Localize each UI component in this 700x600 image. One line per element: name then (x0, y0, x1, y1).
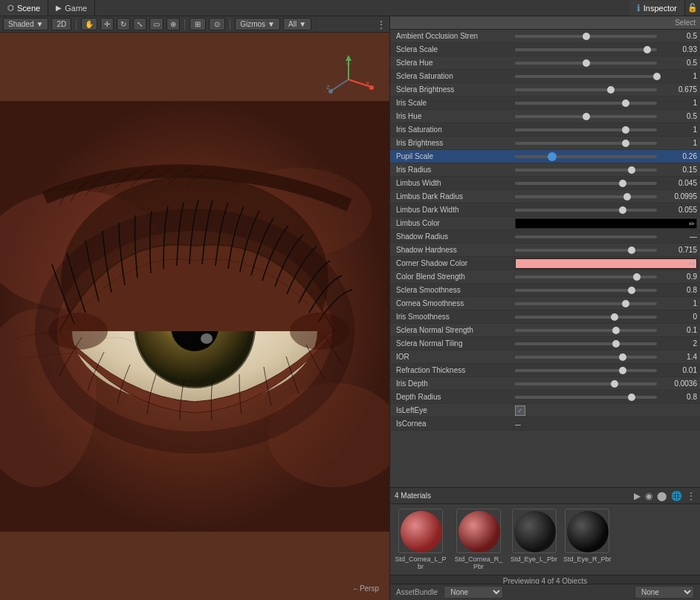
slider-area[interactable]: 1 (515, 125, 697, 134)
sphere-icon[interactable]: ⬤ (657, 491, 667, 501)
slider-track[interactable] (515, 209, 657, 212)
slider-track[interactable] (515, 275, 657, 278)
tab-game[interactable]: ▶ Game (48, 0, 95, 16)
slider-thumb (583, 33, 590, 40)
slider-area[interactable]: 1 (515, 139, 697, 147)
mode-button[interactable]: 2D (51, 18, 71, 30)
slider-area[interactable]: 0.5 (515, 112, 697, 120)
global-toggle[interactable]: ⊙ (209, 18, 225, 30)
checkbox-area[interactable]: ✓ (515, 405, 525, 416)
slider-track[interactable] (515, 48, 657, 51)
prop-row: Refraction Thickness0.01 (390, 364, 700, 377)
hand-tool[interactable]: ✋ (81, 18, 97, 30)
slider-area[interactable]: 1.4 (515, 353, 697, 361)
play-icon[interactable]: ▶ (634, 491, 641, 501)
material-item[interactable]: Std_Cornea_L_Pbr (395, 509, 447, 570)
prop-label: Color Blend Strength (396, 273, 515, 281)
color-picker-icon[interactable]: ✏ (689, 219, 695, 227)
rect-tool[interactable]: ▭ (149, 18, 163, 30)
asset-bundle-label: AssetBundle (396, 588, 438, 596)
slider-track[interactable] (515, 356, 657, 359)
slider-track[interactable] (515, 75, 657, 78)
rotate-tool[interactable]: ↻ (117, 18, 130, 30)
prop-value: 0.26 (660, 152, 697, 160)
color-picker-icon[interactable]: ✏ (689, 259, 695, 267)
scale-tool[interactable]: ⤡ (133, 18, 146, 30)
color-swatch[interactable]: ✏ (515, 258, 697, 269)
slider-area[interactable]: 0.5 (515, 59, 697, 67)
slider-area[interactable]: 0.055 (515, 206, 697, 214)
all-dropdown[interactable]: All ▼ (283, 18, 311, 30)
slider-track[interactable] (515, 302, 657, 305)
color-area[interactable]: ✏ (515, 218, 697, 229)
slider-thumb (628, 394, 635, 401)
shading-dropdown[interactable]: Shaded ▼ (3, 18, 48, 30)
slider-area[interactable]: 0.1 (515, 326, 697, 334)
slider-area[interactable]: 2 (515, 339, 697, 348)
slider-area[interactable]: 0.15 (515, 166, 697, 174)
slider-area[interactable]: 1 (515, 99, 697, 107)
slider-track[interactable] (515, 249, 657, 252)
asset-bundle-select[interactable]: None (444, 586, 503, 599)
slider-track[interactable] (515, 35, 657, 38)
slider-area[interactable]: 0.5 (515, 32, 697, 40)
checkbox[interactable]: ✓ (515, 405, 525, 416)
slider-track[interactable] (515, 382, 657, 385)
transform-tool[interactable]: ⊕ (166, 18, 180, 30)
properties-list[interactable]: Ambient Occlusion Stren0.5Sclera Scale0.… (390, 30, 700, 487)
color-swatch[interactable]: ✏ (515, 218, 697, 229)
circle-icon[interactable]: ◉ (645, 491, 652, 501)
slider-area[interactable]: 0.715 (515, 246, 697, 254)
gizmos-dropdown[interactable]: Gizmos ▼ (235, 18, 280, 30)
dash-value: — (660, 232, 697, 241)
prop-row: Sclera Saturation1 (390, 70, 700, 83)
slider-track[interactable] (515, 142, 657, 145)
slider-area[interactable]: 0.8 (515, 393, 697, 401)
prop-label: Sclera Smoothness (396, 286, 515, 294)
prop-value: 0.15 (660, 166, 697, 174)
asset-bundle-variant-select[interactable]: None (635, 586, 694, 599)
slider-area[interactable]: 0.26 (515, 152, 697, 160)
slider-track[interactable] (515, 62, 657, 65)
slider-track[interactable] (515, 182, 657, 185)
slider-area[interactable]: 0.045 (515, 179, 697, 187)
slider-track[interactable] (515, 115, 657, 118)
slider-track[interactable] (515, 195, 657, 198)
slider-track[interactable] (515, 329, 657, 332)
slider-area[interactable]: 0.0995 (515, 192, 697, 200)
slider-area[interactable]: 0.0036 (515, 379, 697, 388)
lock-icon[interactable]: 🔓 (687, 3, 698, 13)
slider-area[interactable]: 0.675 (515, 85, 697, 94)
materials-toolbar: 4 Materials ▶ ◉ ⬤ 🌐 ⋮ (390, 488, 700, 504)
slider-area[interactable]: 1 (515, 299, 697, 307)
slider-area[interactable]: 0.9 (515, 273, 697, 281)
slider-track[interactable] (515, 316, 657, 319)
slider-track[interactable] (515, 396, 657, 399)
tab-scene[interactable]: ⬡ Scene (0, 0, 48, 16)
slider-track[interactable] (515, 88, 657, 91)
slider-track[interactable] (515, 289, 657, 292)
material-item[interactable]: Std_Cornea_R_Pbr (453, 509, 505, 570)
pivot-toggle[interactable]: ⊞ (189, 18, 206, 30)
material-item[interactable]: Std_Eye_L_Pbr (511, 509, 557, 563)
slider-track[interactable] (515, 128, 657, 131)
chevron-down-icon: ▼ (36, 20, 43, 28)
slider-area[interactable]: 0.93 (515, 45, 697, 53)
move-tool[interactable]: ✛ (100, 18, 114, 30)
slider-track[interactable] (515, 155, 657, 158)
slider-area[interactable]: 0 (515, 313, 697, 321)
color-area[interactable]: ✏ (515, 258, 697, 269)
slider-area[interactable]: 1 (515, 72, 697, 80)
slider-track[interactable] (515, 342, 657, 345)
slider-track[interactable] (515, 169, 657, 172)
slider-track[interactable] (515, 102, 657, 105)
material-thumbnail (565, 509, 609, 553)
slider-area[interactable]: 0.8 (515, 286, 697, 294)
material-item[interactable]: Std_Eye_R_Pbr (563, 509, 612, 563)
more-options[interactable]: ⋮ (376, 19, 386, 30)
globe-icon[interactable]: 🌐 (671, 491, 682, 501)
slider-area[interactable]: 0.01 (515, 366, 697, 374)
slider-track[interactable] (515, 369, 657, 372)
tab-inspector[interactable]: ℹ Inspector (629, 1, 685, 16)
more-icon[interactable]: ⋮ (687, 491, 696, 501)
